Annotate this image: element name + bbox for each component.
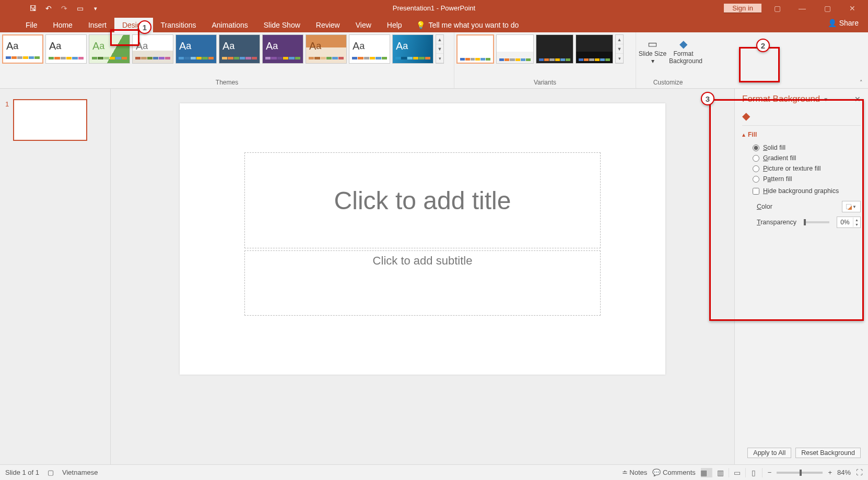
format-background-button[interactable]: ◆ Format Background [669,34,698,65]
apply-to-all-button[interactable]: Apply to All [747,448,791,458]
slide-canvas[interactable]: Click to add title Click to add subtitle [180,103,665,375]
picture-label-rest: icture or texture fill [767,165,820,172]
lightbulb-icon: 💡 [416,21,425,29]
group-themes: Aa Aa Aa Aa Aa Aa [0,32,454,88]
slide-thumbnail-1[interactable] [13,99,87,141]
transparency-slider[interactable] [804,221,829,223]
callout-3: 3 [701,92,714,105]
minimize-icon[interactable]: — [793,4,812,13]
theme-item[interactable]: Aa [132,34,173,64]
slide-size-label: Slide Size ▾ [638,50,667,65]
radio-pattern-fill[interactable]: Pattern fill [742,174,861,184]
fill-section-header[interactable]: ▴Fill [742,131,861,138]
reading-view-icon[interactable]: ▭ [734,468,746,477]
theme-item[interactable]: Aa [262,34,303,64]
qat-more-icon[interactable]: ▾ [91,4,100,13]
variant-item[interactable] [536,34,573,64]
radio-solid-fill[interactable]: Solid fill [742,142,861,153]
notes-button[interactable]: ≐ Notes [622,469,648,476]
slide-sorter-icon[interactable]: ▥ [718,468,729,477]
themes-scroll[interactable]: ▲▼▾ [436,34,444,64]
variant-item[interactable] [576,34,613,64]
theme-item[interactable]: Aa [219,34,260,64]
signin-button[interactable]: Sign in [724,4,761,13]
tab-view[interactable]: View [348,18,379,32]
pattern-label-rest: ttern fill [771,175,792,183]
share-button[interactable]: 👤 Share [828,19,859,27]
zoom-level[interactable]: 84% [837,469,851,476]
trans-value-text: 0% [837,219,853,226]
tell-me-text: Tell me what you want to do [429,21,519,29]
tab-animations[interactable]: Animations [204,18,255,32]
undo-icon[interactable]: ↶ [44,4,53,13]
fill-section-label: Fill [748,131,757,138]
fill-category-icon[interactable]: ◆ [742,110,861,122]
theme-item[interactable]: Aa [306,34,347,64]
trans-label-rest: ransparency [760,219,796,226]
normal-view-icon[interactable]: ▦ [701,468,712,477]
slideshow-view-icon[interactable]: ▯ [751,468,763,477]
theme-item[interactable]: Aa [89,34,130,64]
ribbon-display-options-icon[interactable]: ▢ [768,4,787,13]
editor-canvas: Click to add title Click to add subtitle [111,89,734,464]
theme-item[interactable]: Aa [349,34,390,64]
tab-file[interactable]: File [18,18,45,32]
slide-thumbnails-panel: 1 [0,89,111,464]
transparency-label: Transparency [757,219,796,226]
checkbox-hide-bg[interactable]: Hide background graphics [742,184,861,198]
theme-item[interactable]: Aa [392,34,433,64]
start-from-beginning-icon[interactable]: ▭ [76,4,84,13]
collapse-ribbon-icon[interactable]: ˄ [860,79,863,86]
reset-background-button[interactable]: Reset Background [795,448,861,458]
save-icon[interactable]: 🖫 [29,4,37,13]
theme-item[interactable]: Aa [45,34,87,64]
pane-close-icon[interactable]: ✕ [854,95,861,103]
language-indicator[interactable]: Vietnamese [62,469,98,476]
tab-home[interactable]: Home [45,18,80,32]
transparency-value-input[interactable]: 0%▲▼ [837,217,861,228]
fit-to-window-icon[interactable]: ⛶ [856,469,863,476]
spellcheck-icon[interactable]: ▢ [48,469,54,476]
radio-gradient-fill[interactable]: Gradient fill [742,153,861,163]
ribbon-tabs: File Home Insert Design Transitions Anim… [0,17,868,32]
status-bar: Slide 1 of 1 ▢ Vietnamese ≐ Notes 💬 Comm… [0,464,868,480]
zoom-out-icon[interactable]: − [768,469,772,476]
format-background-pane: Format Background ▼ ✕ ◆ ▴Fill Solid fill… [734,89,868,464]
title-right: Sign in ▢ — ▢ ✕ [724,0,868,17]
radio-picture-fill[interactable]: Picture or texture fill [742,163,861,174]
theme-office[interactable]: Aa [2,34,43,64]
format-bg-icon: ◆ [669,38,698,50]
zoom-in-icon[interactable]: + [828,469,832,476]
subtitle-placeholder[interactable]: Click to add subtitle [244,250,601,316]
tab-help[interactable]: Help [379,18,410,32]
redo-icon[interactable]: ↷ [60,4,68,13]
callout-1: 1 [138,20,151,34]
customize-group-label: Customize [638,79,698,87]
share-icon: 👤 [828,19,837,27]
variants-group-label: Variants [456,79,634,87]
color-picker-button[interactable]: ▼ [842,201,861,212]
tab-insert[interactable]: Insert [80,18,114,32]
variant-item[interactable] [496,34,534,64]
theme-item[interactable]: Aa [175,34,217,64]
pane-title-dropdown-icon[interactable]: ▼ [823,97,828,102]
variant-item[interactable] [456,34,494,64]
zoom-slider[interactable] [777,472,823,474]
color-label-rest: olor [761,203,772,210]
comments-button[interactable]: 💬 Comments [652,469,695,476]
slide-size-button[interactable]: ▭ Slide Size ▾ [638,34,667,65]
slide-indicator[interactable]: Slide 1 of 1 [5,469,39,476]
slide-size-icon: ▭ [638,38,667,50]
variants-scroll[interactable]: ▲▼▾ [615,34,624,64]
title-placeholder[interactable]: Click to add title [244,152,601,248]
close-icon[interactable]: ✕ [843,4,862,13]
tab-review[interactable]: Review [308,18,348,32]
tab-transitions[interactable]: Transitions [153,18,204,32]
quick-access-toolbar: 🖫 ↶ ↷ ▭ ▾ [0,4,105,13]
pane-title-text: Format Background [742,94,820,104]
maximize-icon[interactable]: ▢ [818,4,837,13]
group-customize: ▭ Slide Size ▾ ◆ Format Background Custo… [636,32,700,88]
tab-slideshow[interactable]: Slide Show [256,18,308,32]
group-variants: ▲▼▾ Variants [454,32,636,88]
tell-me-search[interactable]: 💡 Tell me what you want to do [410,18,525,32]
